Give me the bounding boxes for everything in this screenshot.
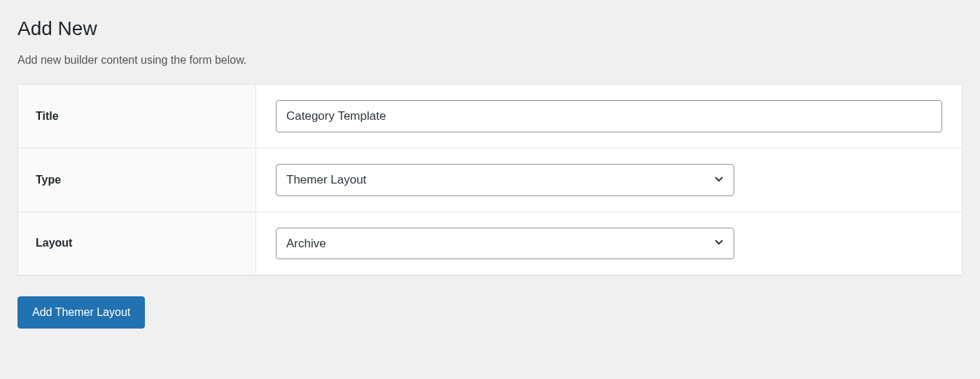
type-label: Type <box>36 174 61 186</box>
form-row-title: Title <box>18 85 962 149</box>
title-label: Title <box>36 110 59 123</box>
add-themer-layout-button[interactable]: Add Themer Layout <box>18 296 145 328</box>
form-row-layout: Layout Archive <box>18 212 962 275</box>
form-label-cell: Type <box>18 149 256 212</box>
form-label-cell: Layout <box>18 212 256 275</box>
form-input-cell: Archive <box>256 212 962 275</box>
layout-label: Layout <box>36 237 72 249</box>
select-wrapper: Themer Layout <box>276 164 734 196</box>
form-label-cell: Title <box>18 85 256 148</box>
form-row-type: Type Themer Layout <box>18 149 962 212</box>
type-select[interactable]: Themer Layout <box>276 164 734 196</box>
page-description: Add new builder content using the form b… <box>18 54 962 67</box>
title-input[interactable] <box>276 100 942 132</box>
form-input-cell <box>256 85 962 148</box>
form-input-cell: Themer Layout <box>256 149 962 212</box>
layout-select[interactable]: Archive <box>276 228 734 260</box>
form-table: Title Type Themer Layout Layout <box>18 84 962 275</box>
select-wrapper: Archive <box>276 228 734 260</box>
page-title: Add New <box>18 18 962 40</box>
